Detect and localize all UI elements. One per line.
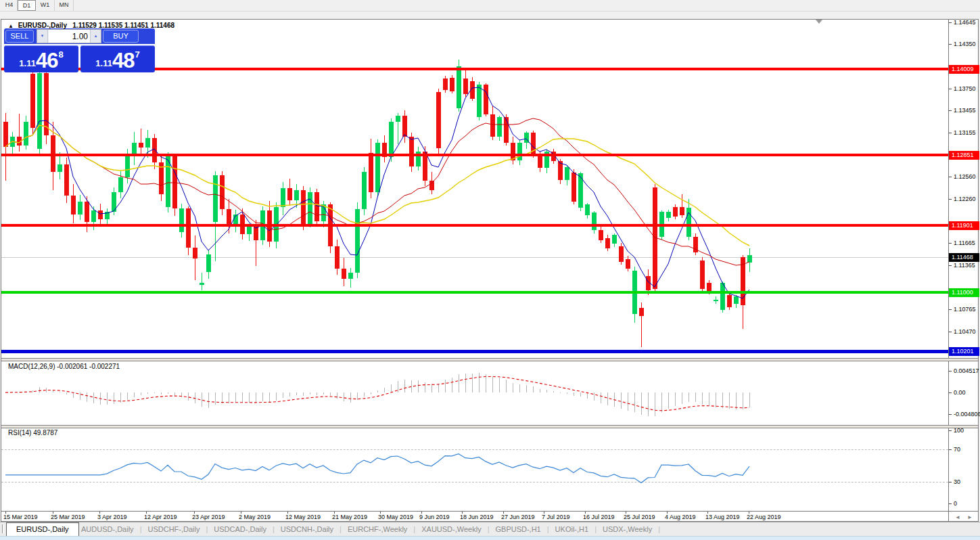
macd-bar xyxy=(377,390,378,392)
macd-bar xyxy=(675,392,676,406)
tab-usdcnh-daily[interactable]: USDCNH-,Daily xyxy=(281,525,333,533)
axis-tick-label: 1.13750 xyxy=(954,85,976,92)
tab-separator: | xyxy=(588,525,603,533)
macd-bar xyxy=(479,373,480,392)
buy-button[interactable]: BUY xyxy=(103,30,139,43)
date-label: 25 Jul 2019 xyxy=(624,514,655,520)
macd-bar xyxy=(181,392,182,397)
volume-decrease-icon[interactable]: ▼ xyxy=(37,30,48,43)
candle xyxy=(172,156,177,208)
panel-separator[interactable] xyxy=(1,425,978,428)
candle xyxy=(409,137,414,166)
tab-usdchf-daily[interactable]: USDCHF-,Daily xyxy=(147,525,200,533)
tab-eurusd-daily[interactable]: EURUSD-,Daily xyxy=(6,522,79,536)
candle xyxy=(402,116,407,137)
collapse-triangle-icon[interactable]: ▲ xyxy=(8,23,14,29)
tab-eurchf-weekly[interactable]: EURCHF-,Weekly xyxy=(348,525,407,533)
chart-shift-marker-icon[interactable] xyxy=(816,20,822,24)
macd-bar xyxy=(546,390,547,392)
candle xyxy=(321,204,326,221)
candle xyxy=(443,78,448,90)
timeframe-button-h4[interactable]: H4 xyxy=(1,0,18,11)
tab-gbpusd-h1[interactable]: GBPUSD-,H1 xyxy=(496,525,541,533)
price-level-badge: 1.10201 xyxy=(949,347,979,356)
horizontal-level-line[interactable] xyxy=(1,224,948,227)
tab-audusd-daily[interactable]: AUDUSD-,Daily xyxy=(81,525,134,533)
axis-tick-mark xyxy=(949,243,952,244)
macd-bar xyxy=(384,388,385,392)
candle xyxy=(457,66,461,108)
macd-bar xyxy=(655,392,655,416)
candle xyxy=(355,209,360,273)
macd-bar xyxy=(161,392,162,395)
candle xyxy=(700,261,705,289)
timeframe-button-d1[interactable]: D1 xyxy=(18,0,36,11)
macd-bar xyxy=(53,390,53,392)
one-click-trade-panel: SELL ▼ ▲ BUY 1.11 46 8 1.11 48 7 xyxy=(4,28,155,72)
macd-bar xyxy=(486,374,486,392)
current-price-badge: 1.11468 xyxy=(949,253,979,262)
timeframe-button-w1[interactable]: W1 xyxy=(36,0,55,11)
candle xyxy=(619,246,624,262)
candle xyxy=(213,175,218,222)
scroll-left-icon[interactable]: ◄ xyxy=(955,514,960,520)
panel-separator[interactable] xyxy=(1,358,978,361)
macd-bar xyxy=(743,392,743,409)
horizontal-level-line[interactable] xyxy=(1,154,948,156)
scroll-right-icon[interactable]: ► xyxy=(967,514,973,520)
date-label: 16 Jul 2019 xyxy=(583,514,615,520)
tab-usdx-weekly[interactable]: USDX-,Weekly xyxy=(603,525,652,533)
macd-bar xyxy=(323,392,324,395)
macd-bar xyxy=(607,392,608,405)
axis-tick-mark xyxy=(949,110,952,111)
sell-button[interactable]: SELL xyxy=(5,30,34,43)
macd-bar xyxy=(404,380,405,392)
horizontal-level-line[interactable] xyxy=(1,350,948,353)
macd-bar xyxy=(208,392,209,408)
macd-bar xyxy=(344,392,344,401)
date-label: 3 Apr 2019 xyxy=(97,514,127,520)
axis-tick-mark xyxy=(949,371,952,372)
macd-bar xyxy=(634,392,635,412)
axis-tick-label: 1.13455 xyxy=(954,107,976,114)
buy-price-button[interactable]: 1.11 48 7 xyxy=(80,45,155,72)
axis-tick-mark xyxy=(949,449,952,450)
volume-input[interactable] xyxy=(49,30,90,43)
inactive-tabs: AUDUSD-,Daily|USDCHF-,Daily|USDCAD-,Dail… xyxy=(81,522,666,536)
macd-bar xyxy=(26,391,26,392)
candle xyxy=(686,208,691,237)
macd-bar xyxy=(472,374,473,392)
tab-separator: | xyxy=(541,525,555,533)
buy-price-big: 48 xyxy=(112,51,134,70)
candle xyxy=(504,117,509,143)
candle xyxy=(747,255,752,263)
date-label: 9 Jun 2019 xyxy=(419,514,450,520)
macd-bar xyxy=(411,380,412,392)
macd-bar xyxy=(87,392,87,402)
macd-bar xyxy=(682,392,682,404)
tab-separator: | xyxy=(266,525,281,533)
date-label: 4 Aug 2019 xyxy=(665,514,696,520)
candle xyxy=(693,237,698,252)
tab-bar-grip[interactable] xyxy=(2,524,4,533)
macd-bar xyxy=(431,384,432,392)
macd-bar xyxy=(168,392,168,394)
sell-price-button[interactable]: 1.11 46 8 xyxy=(4,45,78,72)
macd-bar xyxy=(46,388,47,392)
tab-ukoil-h1[interactable]: UKOil-,H1 xyxy=(555,525,589,533)
macd-bar xyxy=(276,392,277,401)
axis-tick-mark xyxy=(949,482,952,482)
rsi-axis-label: 70 xyxy=(954,446,960,453)
timeframe-button-mn[interactable]: MN xyxy=(55,0,74,11)
macd-bar xyxy=(371,392,371,395)
candle xyxy=(91,210,96,222)
macd-bar xyxy=(533,386,534,392)
macd-bar xyxy=(147,392,148,394)
volume-increase-icon[interactable]: ▲ xyxy=(90,30,101,43)
tab-xauusd-weekly[interactable]: XAUUSD-,Weekly xyxy=(421,525,481,533)
date-label: 22 Aug 2019 xyxy=(747,514,781,520)
tab-usdcad-daily[interactable]: USDCAD-,Daily xyxy=(214,525,266,533)
macd-bar xyxy=(668,392,669,409)
horizontal-level-line[interactable] xyxy=(1,291,948,294)
macd-bar xyxy=(661,392,662,412)
